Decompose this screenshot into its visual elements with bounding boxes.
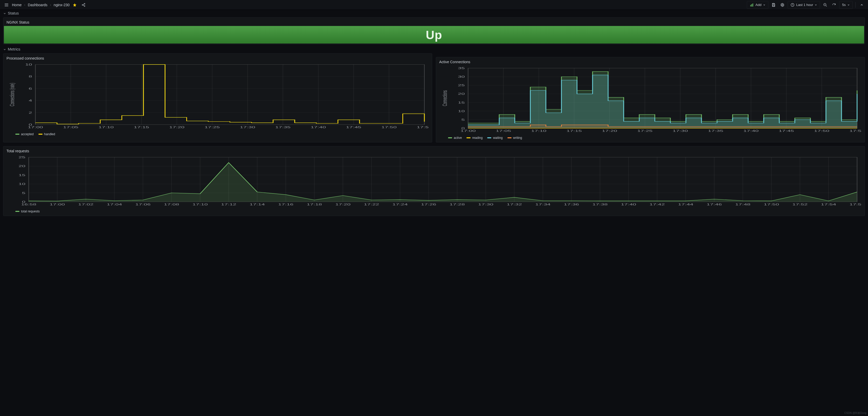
add-panel-button[interactable]: Add (747, 1, 768, 9)
chevron-up-icon (860, 3, 864, 7)
svg-text:8: 8 (29, 75, 32, 78)
gear-icon (780, 3, 784, 7)
svg-text:25: 25 (458, 84, 465, 87)
svg-text:17:55: 17:55 (849, 129, 862, 133)
zoom-out-button[interactable] (822, 1, 829, 8)
topbar: Home › Dashboards › nginx-230 Add (0, 0, 868, 10)
svg-text:17:20: 17:20 (602, 129, 617, 133)
svg-text:17:45: 17:45 (346, 126, 361, 129)
svg-text:5: 5 (22, 191, 25, 195)
svg-rect-4 (751, 4, 752, 6)
legend-item[interactable]: handled (38, 132, 55, 136)
refresh-icon (832, 3, 836, 7)
svg-text:17:54: 17:54 (821, 203, 836, 206)
active-connections-chart[interactable]: 0510152025303517:0017:0517:1017:1517:201… (439, 67, 862, 134)
svg-text:17:15: 17:15 (134, 126, 149, 129)
svg-text:17:08: 17:08 (164, 203, 179, 206)
svg-rect-11 (35, 65, 424, 125)
svg-rect-91 (29, 157, 857, 202)
legend-swatch (466, 137, 471, 138)
panel-plus-icon (750, 3, 754, 7)
svg-text:17:30: 17:30 (478, 203, 493, 206)
chevron-down-icon (847, 4, 850, 6)
chevron-down-icon (3, 12, 6, 15)
legend-label: accepted (21, 132, 34, 136)
legend-label: writing (513, 136, 522, 140)
menu-button[interactable] (3, 1, 10, 8)
legend-item[interactable]: reading (466, 136, 483, 140)
svg-text:15: 15 (458, 101, 465, 104)
svg-text:17:40: 17:40 (311, 126, 326, 129)
total-requests-chart[interactable]: 051015202516:5817:0017:0217:0417:0617:08… (6, 156, 862, 207)
legend-item[interactable]: writing (507, 136, 522, 140)
processed-connections-chart[interactable]: 024681017:0017:0517:1017:1517:2017:2517:… (6, 63, 429, 130)
svg-text:Connections: Connections (441, 90, 448, 106)
svg-text:17:34: 17:34 (535, 203, 551, 206)
svg-text:17:02: 17:02 (78, 203, 93, 206)
svg-text:17:32: 17:32 (507, 203, 522, 206)
svg-text:17:14: 17:14 (250, 203, 265, 206)
svg-text:17:00: 17:00 (28, 126, 43, 129)
crumb-page[interactable]: nginx-230 (54, 3, 70, 7)
legend-item[interactable]: waiting (487, 136, 502, 140)
share-icon (82, 3, 86, 7)
svg-text:17:26: 17:26 (421, 203, 436, 206)
row-metrics-label: Metrics (8, 47, 20, 51)
panel-processed-connections: Processed connections 024681017:0017:051… (3, 54, 432, 142)
crumb-dashboards[interactable]: Dashboards (28, 3, 48, 7)
favorite-button[interactable] (71, 1, 79, 8)
row-status-label: Status (8, 11, 19, 15)
breadcrumb: Home › Dashboards › nginx-230 (12, 3, 69, 7)
svg-text:17:05: 17:05 (496, 129, 511, 133)
crumb-home[interactable]: Home (12, 3, 22, 7)
svg-text:10: 10 (458, 110, 465, 113)
svg-point-8 (782, 4, 783, 5)
svg-text:35: 35 (458, 67, 465, 70)
svg-text:17:10: 17:10 (192, 203, 208, 206)
legend-label: handled (44, 132, 55, 136)
svg-text:17:30: 17:30 (673, 129, 688, 133)
svg-text:17:04: 17:04 (106, 203, 122, 206)
legend: acceptedhandled (3, 132, 432, 139)
refresh-button[interactable] (830, 1, 838, 8)
legend-label: total requests (21, 210, 40, 213)
chevron-right-icon: › (24, 3, 25, 7)
legend-item[interactable]: accepted (15, 132, 34, 136)
svg-text:5: 5 (461, 118, 465, 122)
svg-text:17:12: 17:12 (221, 203, 236, 206)
kiosk-toggle-button[interactable] (858, 1, 865, 8)
svg-rect-7 (773, 5, 774, 6)
row-status-header[interactable]: Status (3, 10, 865, 18)
chevron-down-icon (3, 48, 6, 51)
divider (855, 2, 856, 8)
time-range-label: Last 1 hour (796, 3, 813, 7)
zoom-out-icon (823, 3, 827, 7)
settings-button[interactable] (779, 1, 786, 8)
svg-text:17:35: 17:35 (708, 129, 723, 133)
row-metrics-header[interactable]: Metrics (3, 44, 865, 54)
save-dashboard-button[interactable] (770, 1, 777, 8)
svg-rect-6 (773, 3, 774, 4)
clock-icon (790, 3, 795, 7)
svg-text:6: 6 (29, 87, 32, 91)
svg-text:17:42: 17:42 (650, 203, 665, 206)
svg-text:10: 10 (25, 63, 32, 66)
svg-text:17:06: 17:06 (135, 203, 151, 206)
panel-title: Total requests (3, 146, 865, 154)
legend-label: active (454, 136, 462, 140)
svg-text:17:05: 17:05 (63, 126, 79, 129)
legend-swatch (487, 137, 491, 138)
svg-text:17:25: 17:25 (638, 129, 653, 133)
legend-swatch (507, 137, 512, 138)
svg-rect-3 (750, 5, 751, 6)
refresh-interval-picker[interactable]: 5s (839, 1, 853, 9)
legend-label: waiting (493, 136, 502, 140)
share-button[interactable] (80, 1, 87, 8)
time-range-picker[interactable]: Last 1 hour (787, 1, 820, 9)
chevron-right-icon: › (50, 3, 51, 7)
legend: total requests (3, 209, 865, 216)
legend-item[interactable]: active (448, 136, 462, 140)
legend-item[interactable]: total requests (15, 210, 40, 213)
svg-text:16:58: 16:58 (21, 203, 36, 206)
svg-rect-5 (752, 4, 753, 6)
